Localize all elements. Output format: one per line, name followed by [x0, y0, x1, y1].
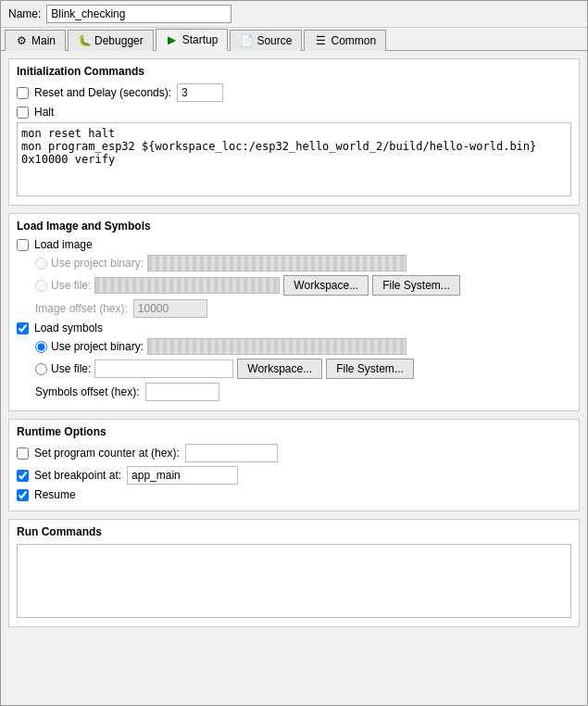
main-window: Name: ⚙ Main 🐛 Debugger ▶ Startup 📄 Sour… [0, 0, 588, 706]
use-file-label: Use file: [51, 279, 91, 292]
use-file2-row: Use file: Workspace... File System... [17, 359, 571, 379]
set-pc-row: Set program counter at (hex): [17, 444, 571, 462]
bug-icon: 🐛 [78, 34, 91, 47]
content-area: Initialization Commands Reset and Delay … [1, 51, 587, 705]
tab-main-label: Main [31, 34, 56, 47]
source-icon: 📄 [240, 34, 253, 47]
tab-startup-label: Startup [182, 33, 219, 46]
set-breakpoint-row: Set breakpoint at: [17, 466, 571, 485]
use-file2-label: Use file: [51, 362, 91, 375]
use-project-binary-row: Use project binary: [17, 255, 571, 271]
resume-checkbox[interactable] [17, 489, 29, 501]
use-file-radio[interactable] [35, 280, 47, 292]
use-project-binary2-label: Use project binary: [51, 340, 144, 353]
initialization-section: Initialization Commands Reset and Delay … [8, 58, 580, 206]
load-image-section: Load Image and Symbols Load image Use pr… [8, 213, 580, 411]
project-binary2-path [147, 338, 407, 355]
reset-value-input[interactable] [177, 83, 223, 102]
set-pc-checkbox[interactable] [17, 448, 29, 460]
run-commands-section: Run Commands [8, 519, 580, 627]
image-offset-label: Image offset (hex): [35, 302, 128, 315]
tab-debugger-label: Debugger [94, 34, 144, 47]
gear-icon: ⚙ [15, 34, 28, 47]
run-commands-wrap [17, 544, 571, 621]
set-breakpoint-label: Set breakpoint at: [34, 469, 121, 482]
load-image-label: Load image [34, 238, 93, 251]
symbols-offset-row: Symbols offset (hex): [17, 383, 571, 401]
tab-startup[interactable]: ▶ Startup [156, 29, 229, 51]
run-commands-textarea[interactable] [17, 544, 571, 618]
use-file2-radio[interactable] [35, 363, 47, 375]
tab-debugger[interactable]: 🐛 Debugger [68, 30, 154, 51]
symbols-workspace-button[interactable]: Workspace... [237, 359, 322, 379]
tab-source[interactable]: 📄 Source [230, 30, 302, 51]
use-project-binary2-row: Use project binary: [17, 338, 571, 355]
reset-label: Reset and Delay (seconds): [34, 86, 171, 99]
symbols-offset-label: Symbols offset (hex): [35, 385, 140, 398]
use-project-binary-radio[interactable] [35, 258, 47, 270]
runtime-title: Runtime Options [17, 425, 571, 438]
resume-label: Resume [34, 488, 76, 501]
image-offset-row: Image offset (hex): [17, 299, 571, 318]
name-bar: Name: [1, 1, 587, 28]
load-symbols-checkbox[interactable] [17, 322, 29, 334]
set-pc-input[interactable] [185, 444, 278, 462]
halt-label: Halt [34, 106, 54, 119]
project-binary-path [147, 255, 407, 271]
image-workspace-button[interactable]: Workspace... [283, 275, 369, 296]
load-image-checkbox[interactable] [17, 239, 29, 251]
set-pc-label: Set program counter at (hex): [34, 447, 180, 460]
name-input[interactable] [46, 5, 231, 23]
resume-row: Resume [17, 488, 571, 501]
initialization-title: Initialization Commands [17, 65, 571, 78]
use-project-binary2-radio[interactable] [35, 341, 47, 353]
run-commands-title: Run Commands [17, 525, 571, 538]
image-offset-input[interactable] [133, 299, 207, 318]
tab-main[interactable]: ⚙ Main [5, 30, 66, 51]
reset-row: Reset and Delay (seconds): [17, 83, 571, 102]
set-breakpoint-input[interactable] [127, 466, 238, 485]
common-icon: ☰ [314, 34, 327, 47]
runtime-section: Runtime Options Set program counter at (… [8, 419, 580, 511]
halt-row: Halt [17, 106, 571, 119]
tab-source-label: Source [256, 34, 292, 47]
use-project-binary-label: Use project binary: [51, 257, 144, 270]
set-breakpoint-checkbox[interactable] [17, 470, 29, 482]
load-symbols-label: Load symbols [34, 321, 103, 334]
tab-bar: ⚙ Main 🐛 Debugger ▶ Startup 📄 Source ☰ C… [1, 28, 587, 51]
load-image-title: Load Image and Symbols [17, 220, 571, 233]
symbols-filesystem-button[interactable]: File System... [326, 359, 414, 379]
file-path [94, 277, 280, 294]
halt-checkbox[interactable] [17, 107, 29, 119]
name-label: Name: [8, 7, 41, 20]
load-symbols-row: Load symbols [17, 321, 571, 334]
commands-textarea[interactable]: mon reset halt mon program_esp32 ${works… [17, 122, 571, 196]
reset-checkbox[interactable] [17, 87, 29, 99]
load-image-row: Load image [17, 238, 571, 251]
image-filesystem-button[interactable]: File System... [372, 275, 460, 296]
symbols-file-path-input[interactable] [94, 359, 233, 378]
play-icon: ▶ [166, 33, 179, 46]
tab-common[interactable]: ☰ Common [304, 30, 386, 51]
use-file-row: Use file: Workspace... File System... [17, 275, 571, 296]
tab-common-label: Common [331, 34, 376, 47]
commands-wrap: mon reset halt mon program_esp32 ${works… [17, 122, 571, 199]
symbols-offset-input[interactable] [145, 383, 219, 401]
